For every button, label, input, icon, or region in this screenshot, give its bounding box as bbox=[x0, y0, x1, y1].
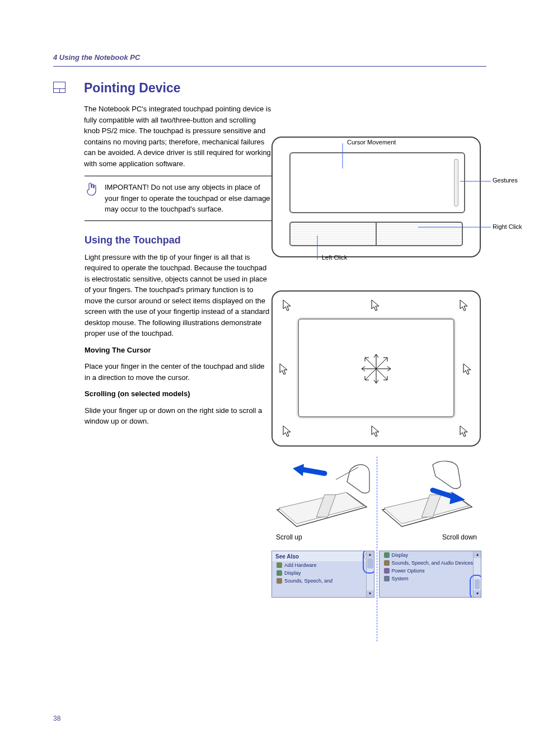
svg-line-9 bbox=[376, 358, 387, 369]
display-icon bbox=[277, 570, 282, 576]
list-item: Power Options bbox=[392, 568, 425, 574]
cursor-icon bbox=[460, 425, 470, 438]
header-rule bbox=[53, 66, 486, 67]
cursor-icon bbox=[279, 363, 289, 375]
list-item: Sounds, Speech, and bbox=[284, 578, 332, 584]
moving-heading: Moving The Cursor bbox=[85, 345, 272, 356]
list-item: Display bbox=[284, 570, 301, 576]
scroll-up-highlight bbox=[363, 551, 374, 574]
gestures-label: Gestures bbox=[493, 177, 518, 184]
cursor-icon bbox=[371, 299, 381, 312]
cursor-icon bbox=[283, 425, 293, 438]
scroll-down-label: Scroll down bbox=[442, 533, 477, 541]
panel-header: See Also bbox=[275, 553, 299, 560]
system-icon bbox=[384, 576, 390, 581]
scroll-gesture-figure: Scroll up Scroll down bbox=[271, 459, 481, 543]
display-icon bbox=[384, 552, 390, 558]
sound-icon bbox=[277, 578, 282, 584]
cursor-icon bbox=[463, 363, 473, 375]
cursor-icon bbox=[283, 299, 293, 312]
touchpad-diagram: Cursor Movement Gestures Right Click Lef… bbox=[271, 137, 481, 257]
svg-line-10 bbox=[365, 369, 376, 380]
direction-star-icon bbox=[359, 352, 393, 386]
intro-paragraph: The Notebook PC's integrated touchpad po… bbox=[84, 104, 271, 169]
power-icon bbox=[384, 568, 390, 574]
scrolling-paragraph: Slide your finger up or down on the righ… bbox=[85, 405, 272, 427]
scroll-up-label: Scroll up bbox=[276, 533, 302, 541]
page-title: Pointing Device bbox=[84, 81, 486, 96]
scroll-up-button[interactable]: ▴ bbox=[474, 551, 481, 558]
scroll-example-panels: See Also ^ Add Hardware Display Sounds, … bbox=[271, 551, 481, 598]
list-item: Add Hardware bbox=[284, 562, 317, 568]
hand-icon bbox=[85, 182, 98, 196]
control-panel-right: Display Sounds, Speech, and Audio Device… bbox=[379, 551, 482, 598]
cursor-directions-figure bbox=[271, 290, 481, 447]
list-item: Sounds, Speech, and Audio Devices bbox=[392, 560, 474, 566]
page-footer: 38 bbox=[53, 715, 486, 722]
svg-line-11 bbox=[376, 369, 387, 380]
svg-line-8 bbox=[365, 358, 376, 369]
list-item: Display bbox=[392, 552, 409, 558]
scrolling-heading: Scrolling (on selected models) bbox=[85, 388, 272, 400]
important-note: IMPORTANT! Do not use any objects in pla… bbox=[85, 176, 272, 221]
touchpad-icon bbox=[53, 82, 65, 93]
cursor-icon bbox=[460, 299, 470, 312]
important-text: IMPORTANT! Do not use any objects in pla… bbox=[105, 182, 272, 215]
hardware-icon bbox=[277, 562, 282, 568]
right-click-label: Right Click bbox=[493, 223, 522, 230]
page-number: 38 bbox=[53, 715, 60, 722]
list-item: System bbox=[392, 576, 409, 581]
using-paragraph: Light pressure with the tip of your fing… bbox=[85, 252, 272, 339]
page-header: 4 Using the Notebook PC bbox=[53, 53, 486, 62]
left-click-label: Left Click bbox=[322, 254, 347, 261]
sound-icon bbox=[384, 560, 390, 566]
scroll-down-highlight bbox=[470, 575, 481, 598]
cursor-icon bbox=[371, 425, 381, 438]
using-heading: Using the Touchpad bbox=[85, 234, 272, 246]
svg-marker-13 bbox=[293, 464, 304, 476]
cursor-movement-label: Cursor Movement bbox=[347, 139, 396, 145]
control-panel-left: See Also ^ Add Hardware Display Sounds, … bbox=[271, 551, 374, 598]
moving-paragraph: Place your finger in the center of the t… bbox=[85, 361, 272, 383]
section-label: 4 Using the Notebook PC bbox=[53, 53, 140, 62]
scroll-down-button[interactable]: ▾ bbox=[367, 590, 374, 597]
